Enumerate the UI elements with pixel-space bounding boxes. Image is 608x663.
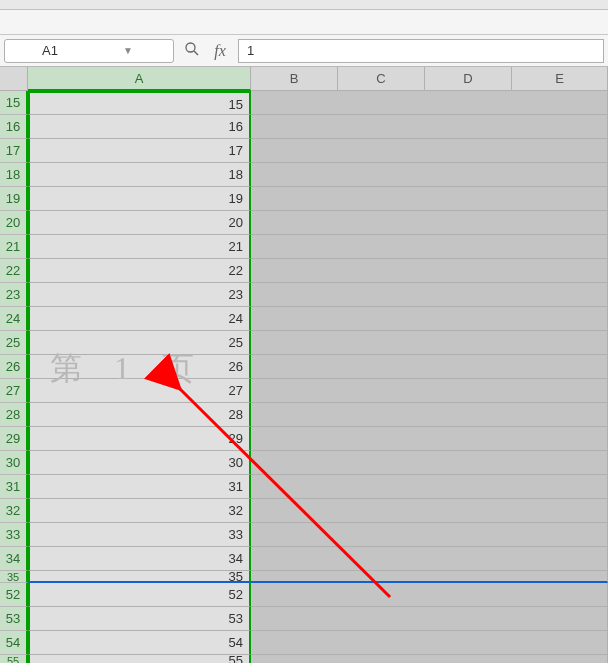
row-header[interactable]: 21 [0, 235, 28, 259]
cell-A[interactable]: 24 [28, 307, 251, 331]
cell-empty[interactable] [251, 187, 608, 211]
cell-empty[interactable] [251, 655, 608, 663]
cell-empty[interactable] [251, 571, 608, 583]
magnifier-icon[interactable] [182, 41, 202, 61]
row-header[interactable]: 33 [0, 523, 28, 547]
cell-A[interactable]: 15 [28, 91, 251, 115]
table-row: 2828 [0, 403, 608, 427]
cell-empty[interactable] [251, 235, 608, 259]
row-header[interactable]: 55 [0, 655, 28, 663]
table-row: 2727 [0, 379, 608, 403]
table-row: 5252 [0, 583, 608, 607]
table-row: 2929 [0, 427, 608, 451]
cell-A[interactable]: 18 [28, 163, 251, 187]
cell-empty[interactable] [251, 583, 608, 607]
row-header[interactable]: 25 [0, 331, 28, 355]
cell-A[interactable]: 35 [28, 571, 251, 583]
row-header[interactable]: 31 [0, 475, 28, 499]
cell-A[interactable]: 22 [28, 259, 251, 283]
row-header[interactable]: 34 [0, 547, 28, 571]
row-header[interactable]: 19 [0, 187, 28, 211]
col-header-A[interactable]: A [28, 67, 251, 91]
row-header[interactable]: 15 [0, 91, 28, 115]
cell-empty[interactable] [251, 307, 608, 331]
select-all-corner[interactable] [0, 67, 28, 91]
cell-A[interactable]: 32 [28, 499, 251, 523]
table-row: 2424 [0, 307, 608, 331]
cell-empty[interactable] [251, 163, 608, 187]
cell-empty[interactable] [251, 139, 608, 163]
formula-group: fx [182, 39, 604, 63]
cell-A[interactable]: 27 [28, 379, 251, 403]
cell-A[interactable]: 17 [28, 139, 251, 163]
table-row: 5454 [0, 631, 608, 655]
cell-A[interactable]: 54 [28, 631, 251, 655]
cell-empty[interactable] [251, 499, 608, 523]
row-header[interactable]: 32 [0, 499, 28, 523]
cell-A[interactable]: 19 [28, 187, 251, 211]
cell-A[interactable]: 20 [28, 211, 251, 235]
col-header-B[interactable]: B [251, 67, 338, 91]
cell-A[interactable]: 31 [28, 475, 251, 499]
cell-empty[interactable] [251, 475, 608, 499]
cell-empty[interactable] [251, 379, 608, 403]
cell-empty[interactable] [251, 331, 608, 355]
table-row: 3434 [0, 547, 608, 571]
col-header-D[interactable]: D [425, 67, 512, 91]
cell-empty[interactable] [251, 211, 608, 235]
cell-A[interactable]: 16 [28, 115, 251, 139]
svg-point-0 [186, 43, 195, 52]
row-header[interactable]: 30 [0, 451, 28, 475]
cell-A[interactable]: 25 [28, 331, 251, 355]
spreadsheet-area[interactable]: A B C D E 第 1 页 151516161717181819192020… [0, 67, 608, 663]
cell-empty[interactable] [251, 427, 608, 451]
cell-A[interactable]: 30 [28, 451, 251, 475]
cell-A[interactable]: 23 [28, 283, 251, 307]
cell-empty[interactable] [251, 607, 608, 631]
cell-A[interactable]: 28 [28, 403, 251, 427]
name-box[interactable]: A1 ▼ [4, 39, 174, 63]
cell-A[interactable]: 33 [28, 523, 251, 547]
cell-A[interactable]: 21 [28, 235, 251, 259]
cell-empty[interactable] [251, 523, 608, 547]
row-header[interactable]: 18 [0, 163, 28, 187]
cell-empty[interactable] [251, 403, 608, 427]
cell-A[interactable]: 26 [28, 355, 251, 379]
cell-A[interactable]: 55 [28, 655, 251, 663]
cell-empty[interactable] [251, 259, 608, 283]
col-header-C[interactable]: C [338, 67, 425, 91]
row-header[interactable]: 53 [0, 607, 28, 631]
cell-empty[interactable] [251, 283, 608, 307]
cell-A[interactable]: 29 [28, 427, 251, 451]
row-header[interactable]: 22 [0, 259, 28, 283]
cell-A[interactable]: 34 [28, 547, 251, 571]
cell-empty[interactable] [251, 91, 608, 115]
row-header[interactable]: 24 [0, 307, 28, 331]
fx-icon[interactable]: fx [210, 42, 230, 60]
dropdown-icon[interactable]: ▼ [89, 45, 167, 56]
row-header[interactable]: 16 [0, 115, 28, 139]
row-header[interactable]: 20 [0, 211, 28, 235]
cell-A[interactable]: 52 [28, 583, 251, 607]
cell-empty[interactable] [251, 355, 608, 379]
table-row: 2121 [0, 235, 608, 259]
cell-A[interactable]: 53 [28, 607, 251, 631]
table-row: 5555 [0, 655, 608, 663]
row-header[interactable]: 29 [0, 427, 28, 451]
table-row: 3030 [0, 451, 608, 475]
cell-empty[interactable] [251, 547, 608, 571]
cell-empty[interactable] [251, 451, 608, 475]
row-header[interactable]: 27 [0, 379, 28, 403]
row-header[interactable]: 26 [0, 355, 28, 379]
row-header[interactable]: 35 [0, 571, 28, 583]
row-header[interactable]: 52 [0, 583, 28, 607]
formula-input[interactable] [238, 39, 604, 63]
cell-empty[interactable] [251, 115, 608, 139]
cell-empty[interactable] [251, 631, 608, 655]
row-header[interactable]: 54 [0, 631, 28, 655]
row-header[interactable]: 23 [0, 283, 28, 307]
row-header[interactable]: 28 [0, 403, 28, 427]
col-header-E[interactable]: E [512, 67, 608, 91]
ribbon-area [0, 10, 608, 35]
row-header[interactable]: 17 [0, 139, 28, 163]
